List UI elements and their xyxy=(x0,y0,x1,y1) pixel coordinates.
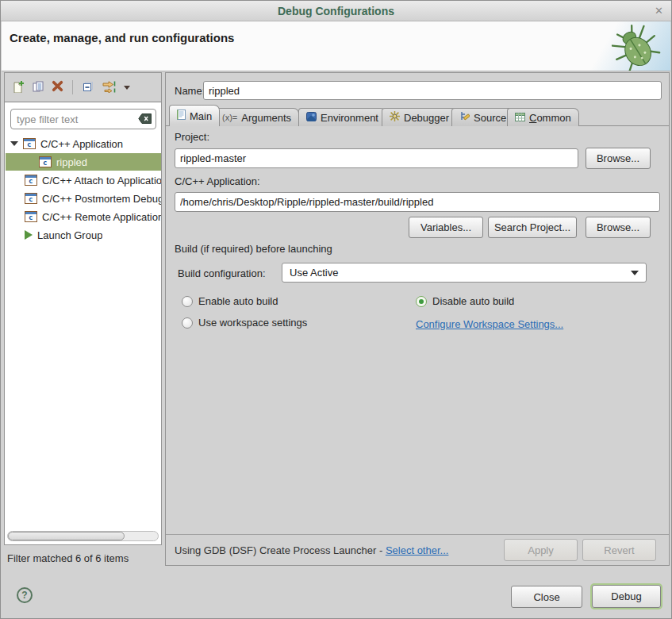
help-icon[interactable]: ? xyxy=(17,587,33,603)
tree-item-postmortem[interactable]: c C/C++ Postmortem Debugger xyxy=(6,190,161,207)
build-configuration-select[interactable]: Use Active xyxy=(282,263,647,283)
use-workspace-settings-radio[interactable]: Use workspace settings xyxy=(182,317,307,329)
main-tab-icon xyxy=(177,110,186,122)
filter-configurations-icon[interactable] xyxy=(102,80,117,95)
delete-configuration-icon[interactable] xyxy=(52,80,63,94)
c-application-icon: c xyxy=(25,211,37,222)
c-application-icon: c xyxy=(39,156,52,167)
build-section-label: Build (if required) before launching xyxy=(175,243,332,255)
debug-button[interactable]: Debug xyxy=(592,585,661,608)
toolbar-separator xyxy=(72,80,73,94)
search-project-button[interactable]: Search Project... xyxy=(488,217,577,238)
arguments-tab-icon: (x)= xyxy=(222,113,237,122)
launcher-status: Using GDB (DSF) Create Process Launcher … xyxy=(175,544,448,556)
tab-environment[interactable]: Environment xyxy=(298,108,386,126)
dialog-description: Create, manage, and run configurations xyxy=(10,31,234,44)
filter-field-wrap xyxy=(10,109,156,129)
clear-filter-icon[interactable] xyxy=(138,113,152,126)
radio-selected-icon[interactable] xyxy=(416,296,427,307)
duplicate-configuration-icon[interactable] xyxy=(32,80,44,95)
common-tab-icon xyxy=(515,112,525,124)
name-label: Name: xyxy=(175,85,205,97)
name-input[interactable] xyxy=(203,81,662,100)
tree-item-rippled[interactable]: c rippled xyxy=(6,153,161,171)
tree-item-remote[interactable]: c C/C++ Remote Application xyxy=(6,208,161,225)
launch-group-icon xyxy=(25,230,33,240)
configuration-editor: Name: Main (x)= Arguments xyxy=(165,72,670,566)
apply-button[interactable]: Apply xyxy=(504,539,578,561)
new-configuration-icon[interactable] xyxy=(12,80,25,95)
configurations-sidebar: c C/C++ Application c rippled c C/C++ At… xyxy=(4,72,162,545)
select-other-link[interactable]: Select other... xyxy=(386,544,449,556)
application-browse-button[interactable]: Browse... xyxy=(586,217,651,238)
close-button[interactable]: Close xyxy=(511,586,582,608)
application-label: C/C++ Application: xyxy=(175,175,260,187)
source-tab-icon xyxy=(459,111,470,124)
tab-bar: Main (x)= Arguments Environment xyxy=(166,105,669,126)
environment-tab-icon xyxy=(306,112,317,124)
build-configuration-label: Build configuration: xyxy=(178,267,266,279)
filter-input[interactable] xyxy=(10,109,156,129)
toolbar-menu-arrow-icon[interactable] xyxy=(124,86,130,90)
launcher-separator xyxy=(166,534,669,535)
tab-main[interactable]: Main xyxy=(169,105,220,126)
project-label: Project: xyxy=(175,131,209,143)
c-application-icon: c xyxy=(25,193,37,204)
chevron-down-icon xyxy=(631,271,639,275)
bug-icon xyxy=(610,23,661,71)
tree-item-launch-group[interactable]: Launch Group xyxy=(6,226,161,244)
enable-auto-build-radio[interactable]: Enable auto build xyxy=(182,295,278,307)
tree-item-attach[interactable]: c C/C++ Attach to Application xyxy=(6,171,161,189)
filter-status: Filter matched 6 of 6 items xyxy=(7,552,129,564)
radio-icon[interactable] xyxy=(182,296,193,307)
revert-button[interactable]: Revert xyxy=(582,539,656,561)
c-application-icon: c xyxy=(23,138,36,149)
c-application-icon: c xyxy=(25,175,37,186)
variables-button[interactable]: Variables... xyxy=(409,217,483,238)
window-title: Debug Configurations xyxy=(1,5,671,17)
project-browse-button[interactable]: Browse... xyxy=(586,148,651,169)
sidebar-toolbar xyxy=(5,73,161,102)
debug-configurations-dialog: Debug Configurations ✕ Create, manage, a… xyxy=(0,0,672,619)
close-window-icon[interactable]: ✕ xyxy=(655,5,663,17)
horizontal-scrollbar[interactable] xyxy=(7,531,159,541)
project-input[interactable] xyxy=(175,148,578,168)
application-input[interactable] xyxy=(175,192,660,212)
expander-down-icon[interactable] xyxy=(10,141,18,146)
title-bar: Debug Configurations ✕ xyxy=(1,1,671,21)
debugger-tab-icon xyxy=(390,111,400,124)
tab-arguments[interactable]: (x)= Arguments xyxy=(214,108,299,126)
tree-item-cpp-application[interactable]: c C/C++ Application xyxy=(6,135,161,152)
tab-source[interactable]: Source xyxy=(451,108,514,126)
tab-debugger[interactable]: Debugger xyxy=(382,108,457,126)
tab-common[interactable]: Common xyxy=(507,108,579,126)
scrollbar-thumb[interactable] xyxy=(8,532,125,540)
collapse-all-icon[interactable] xyxy=(82,80,94,95)
dialog-header: Create, manage, and run configurations xyxy=(2,21,670,71)
disable-auto-build-radio[interactable]: Disable auto build xyxy=(416,295,514,307)
radio-icon[interactable] xyxy=(182,317,193,329)
configure-workspace-settings-link[interactable]: Configure Workspace Settings... xyxy=(416,318,563,330)
